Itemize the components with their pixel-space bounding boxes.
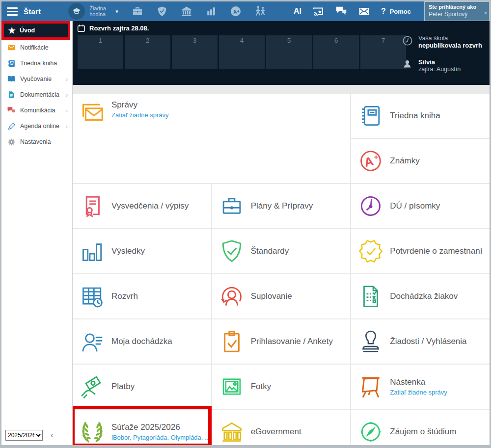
period-cell: 7 xyxy=(360,35,406,69)
ai-button[interactable]: AI xyxy=(294,7,301,16)
mail-icon[interactable] xyxy=(358,5,371,18)
my-attendance-icon xyxy=(79,328,106,355)
bar-chart-icon[interactable] xyxy=(205,5,218,18)
notebook-icon xyxy=(7,59,16,68)
tile-label: Výsledky xyxy=(111,246,145,256)
tile-znamky[interactable]: A+ Známky xyxy=(351,139,490,183)
period-cell: 6 xyxy=(313,35,359,69)
chevron-down-icon: ▾ xyxy=(484,10,487,16)
tile-plany-pripravy[interactable]: Plány & Prípravy xyxy=(212,184,351,228)
tile-label: Suplovanie xyxy=(251,291,292,301)
lesson-status-label: Žiadna hodina xyxy=(89,5,113,17)
tile-nastenka[interactable]: Nástenka Zatiaľ žiadne správy xyxy=(351,365,490,409)
current-lesson-selector[interactable]: Žiadna hodina ▾ xyxy=(68,3,118,20)
tile-fotky[interactable]: Fotky xyxy=(212,365,351,409)
tile-sublink[interactable]: iBobor, Pytagoriáda, Olympiáda, ... xyxy=(111,434,210,441)
sidebar-item-triedna-kniha[interactable]: Triedna kniha xyxy=(1,55,72,71)
nameday-name: Silvia xyxy=(418,58,435,66)
chat-bubbles-icon[interactable] xyxy=(335,5,348,18)
sidebar-item-komunikacia[interactable]: Komunikácia › xyxy=(1,103,72,118)
dashboard-tiles: Správy Zatiaľ žiadne správy Triedna knih… xyxy=(73,94,490,445)
shield-check-icon xyxy=(218,238,245,264)
tile-suplovanie[interactable]: Suplovanie xyxy=(212,274,351,318)
open-book-icon xyxy=(7,75,16,83)
sidebar-item-label: Agenda online xyxy=(20,123,59,130)
sidebar-item-dokumentacia[interactable]: Dokumentácia › xyxy=(1,87,72,103)
svg-text:+: + xyxy=(374,153,378,161)
tile-egovernment[interactable]: eGovernment xyxy=(212,410,351,445)
sidebar-item-vyucovanie[interactable]: Vyučovanie › xyxy=(1,71,72,87)
tile-prihlasovanie[interactable]: Prihlasovanie / Ankety xyxy=(212,319,351,364)
tile-sublink[interactable]: Zatiaľ žiadne správy xyxy=(390,389,447,396)
tile-du-pisomky[interactable]: DÚ / písomky xyxy=(351,184,490,228)
clock-icon xyxy=(402,35,414,49)
tile-zaujem-o-studium[interactable]: Záujem o štúdium xyxy=(351,410,490,445)
class-register-icon xyxy=(357,103,384,129)
user-account-dropdown[interactable]: Ste prihlásený ako Peter Športový ▾ xyxy=(424,1,490,21)
tile-label: Správy xyxy=(111,100,169,110)
school-timetable-status: Vaša škola nepublikovala rozvrh xyxy=(402,35,485,49)
sidebar-item-agenda-online[interactable]: Agenda online › xyxy=(1,118,72,134)
chat-icon xyxy=(7,106,16,115)
walking-people-icon[interactable] xyxy=(254,5,267,18)
tile-rozvrh[interactable]: Rozvrh xyxy=(73,274,211,318)
sidebar-item-notifikacie[interactable]: Notifikácie xyxy=(1,40,72,55)
government-icon xyxy=(218,419,245,445)
schedule-title: Rozvrh zajtra 28.08. xyxy=(89,25,149,32)
tile-potvrdenie[interactable]: Potvrdenie o zamestnaní xyxy=(351,229,490,273)
help-button[interactable]: ? Pomoc xyxy=(381,7,411,16)
tile-spravy[interactable]: Správy Zatiaľ žiadne správy xyxy=(73,94,350,183)
grade-circle-icon[interactable]: A+ xyxy=(229,5,242,18)
calendar-icon xyxy=(77,24,85,32)
svg-text:A: A xyxy=(363,154,375,170)
document-icon xyxy=(7,90,16,99)
tile-triedna-kniha[interactable]: Triedna kniha xyxy=(351,94,490,138)
main-content: Rozvrh zajtra 28.08. 1 2 3 4 5 6 7 xyxy=(73,21,490,445)
tile-label: Známky xyxy=(390,156,419,166)
substitution-icon xyxy=(218,283,245,310)
tile-sutaze[interactable]: Súťaže 2025/2026 iBobor, Pytagoriáda, Ol… xyxy=(73,410,211,445)
period-cell: 3 xyxy=(172,35,218,69)
tile-vysledky[interactable]: Výsledky xyxy=(73,229,211,273)
tile-vysvedcenia[interactable]: Vysvedčenia / výpisy xyxy=(73,184,211,228)
topbar: Štart Žiadna hodina ▾ A+ xyxy=(1,1,490,21)
shield-check-icon[interactable] xyxy=(156,5,168,18)
tile-label: Fotky xyxy=(251,382,272,392)
tile-label: Vysvedčenia / výpisy xyxy=(111,201,189,211)
school-year-select[interactable]: 2025/2026 xyxy=(5,430,43,441)
sidebar-item-label: Dokumentácia xyxy=(20,91,59,98)
tile-label: Záujem o štúdium xyxy=(390,427,456,437)
bank-icon[interactable] xyxy=(180,5,193,18)
noticeboard-icon xyxy=(357,373,384,400)
sidebar-item-nastavenia[interactable]: Nastavenia xyxy=(1,134,72,150)
clipboard-check-icon xyxy=(218,328,245,355)
messages-icon xyxy=(79,100,106,127)
cast-icon[interactable] xyxy=(312,5,325,18)
tile-platby[interactable]: Platby xyxy=(73,365,211,409)
tile-dochadzka-ziakov[interactable]: Dochádzka žiakov xyxy=(351,274,490,318)
collapse-sidebar-icon[interactable]: ‹ xyxy=(51,430,54,440)
clock-icon xyxy=(357,193,384,219)
sidebar-item-label: Triedna kniha xyxy=(20,60,57,67)
school-status-line2: nepublikovala rozvrh xyxy=(418,42,482,49)
tile-label: Prihlasovanie / Ankety xyxy=(251,337,333,346)
certificate-icon xyxy=(79,193,106,219)
nameday-info: Silvia zajtra: Augustín xyxy=(402,58,485,73)
tile-label: eGovernment xyxy=(251,427,301,437)
tile-standardy[interactable]: Štandardy xyxy=(212,229,351,273)
logged-in-as-label: Ste prihlásený ako xyxy=(429,4,481,10)
gear-icon xyxy=(7,137,16,146)
briefcase-icon xyxy=(218,193,245,219)
tile-label: Rozvrh xyxy=(111,291,138,301)
tile-label: Súťaže 2025/2026 xyxy=(111,422,210,432)
tile-moja-dochadzka[interactable]: Moja dochádzka xyxy=(73,319,211,364)
sidebar-item-uvod[interactable]: ★ Úvod xyxy=(1,21,70,40)
tile-label: Platby xyxy=(111,382,135,392)
start-menu-label[interactable]: Štart xyxy=(24,7,41,16)
hamburger-menu-icon[interactable] xyxy=(7,7,18,16)
briefcase-icon[interactable] xyxy=(131,5,144,18)
sidebar-item-label: Notifikácie xyxy=(20,44,49,51)
tile-sublink[interactable]: Zatiaľ žiadne správy xyxy=(111,111,169,119)
topbar-module-icons: A+ xyxy=(131,5,267,18)
tile-ziadosti[interactable]: Žiadosti / Vyhlásenia xyxy=(351,319,490,364)
